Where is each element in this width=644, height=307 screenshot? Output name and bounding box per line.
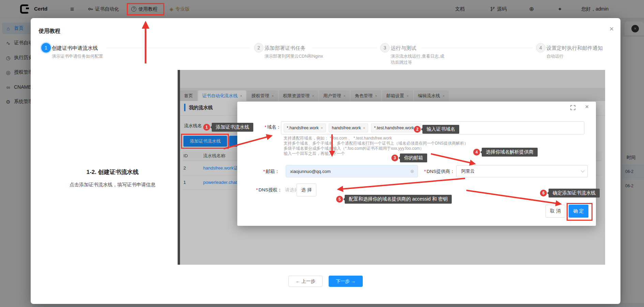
step-4-indicator: 4 — [536, 43, 545, 53]
step-2-indicator: 2 — [254, 43, 264, 53]
domain-help-line: 支持多个域名、多个子域名、多个通配符域名打到一个证书上（域名必须是在同一个DNS… — [284, 141, 468, 146]
tutorial-screenshot: 首页 证书自动化流水线× 授权管理× 权限资源管理× 用户管理× 角色管理× 邮… — [178, 70, 605, 265]
tag-close-icon[interactable]: × — [416, 126, 418, 130]
domain-help-line: 多级子域名要分成多个域名输入（*.foo.com的证书不能用于xxx.yyy.f… — [284, 146, 424, 151]
dns-provider-select[interactable]: 阿里云 — [456, 165, 588, 177]
step-3-desc: 演示流水线运行,查看日志,成功后跳过等 — [391, 53, 445, 65]
step-connector — [312, 48, 377, 48]
ok-button[interactable]: 确 定 — [569, 205, 588, 218]
step-3-title: 运行与测试 — [391, 45, 416, 52]
tutorial-caption: 1-2. 创建证书流水线 点击添加证书流水线，填写证书申请信息 — [61, 168, 164, 188]
caption-subtitle: 点击添加证书流水线，填写证书申请信息 — [61, 182, 164, 188]
domain-help-line: 输入一个回车之后，再输入下一个 — [284, 151, 345, 156]
step-1-title: 创建证书申请流水线 — [52, 45, 98, 52]
email-field[interactable]: xiaojunnuo@qq.com ⊗ — [286, 165, 418, 177]
step-4-title: 设置定时执行和邮件通知 — [546, 45, 603, 52]
email-label: *邮箱： — [263, 169, 280, 175]
fullscreen-icon[interactable] — [570, 105, 575, 110]
dialog-close-icon[interactable]: × — [585, 103, 589, 111]
domain-tag: handsfree.work× — [329, 123, 368, 132]
add-pipeline-dialog: × *域名： *.handsfree.work× handsfree.work×… — [237, 102, 596, 226]
dns-auth-choose-button[interactable]: 选 择 — [297, 184, 316, 196]
domain-tag: *.test.handsfree.work× — [371, 123, 421, 132]
step-4-desc: 自动运行 — [546, 53, 605, 59]
step-connector — [421, 48, 533, 48]
tutorial-modal: 使用教程 × 1 创建证书申请流水线 演示证书申请任务如何配置 2 添加部署证书… — [31, 18, 620, 304]
step-2-desc: 演示部署到阿里云CDN和Nginx — [265, 53, 323, 59]
tag-close-icon[interactable]: × — [363, 126, 365, 130]
screen: Certd ≡ 证书自动化 ? 使用教程 ◈ 专业版 文档 源码 ⊕ ✦ — [0, 0, 644, 307]
caption-title: 1-2. 创建证书流水线 — [61, 168, 164, 176]
step-connector — [106, 48, 250, 48]
step-1-desc: 演示证书申请任务如何配置 — [52, 53, 110, 59]
domain-tag: *.handsfree.work× — [284, 123, 326, 132]
tag-close-icon[interactable]: × — [321, 126, 323, 130]
modal-close-icon[interactable]: × — [607, 24, 616, 34]
domain-input[interactable]: *.handsfree.work× handsfree.work× *.test… — [281, 121, 584, 134]
next-step-button[interactable]: 下一步 → — [329, 276, 363, 287]
modal-title: 使用教程 — [39, 28, 60, 35]
clear-icon[interactable]: ⊗ — [410, 169, 414, 174]
chevron-down-icon — [581, 169, 584, 172]
step-2-title: 添加部署证书任务 — [265, 45, 305, 52]
step-1-indicator: 1 — [41, 43, 51, 53]
domain-label: *域名： — [265, 124, 281, 130]
domain-help-line: 支持通配符域名，例如： *.foo.com 、 *.test.handsfree… — [284, 136, 392, 141]
cancel-button[interactable]: 取 消 — [545, 205, 565, 218]
dns-provider-label: *DNS提供商： — [424, 169, 455, 175]
dns-auth-label: *DNS授权： — [256, 187, 282, 193]
step-3-indicator: 3 — [380, 43, 390, 53]
prev-step-button[interactable]: ← 上一步 — [288, 276, 323, 287]
